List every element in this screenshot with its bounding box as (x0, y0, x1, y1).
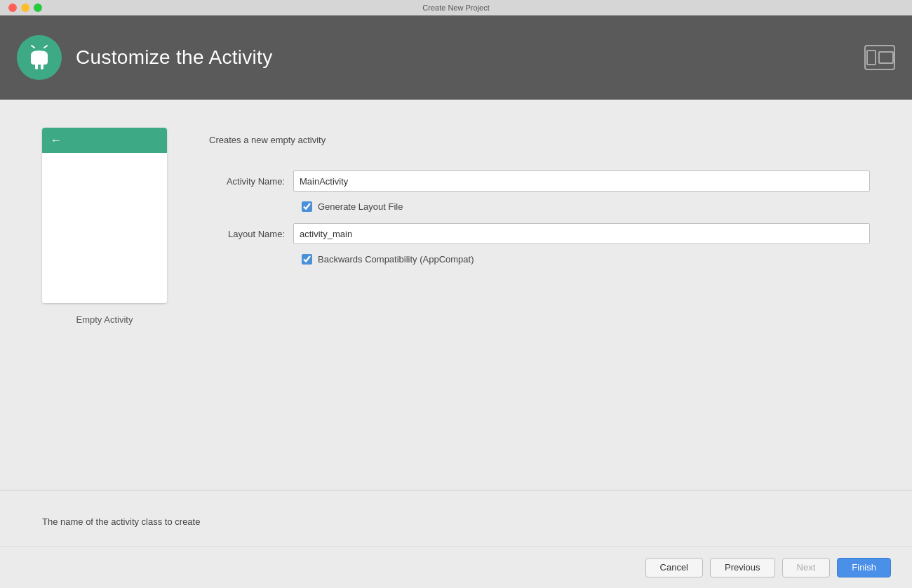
preview-label: Empty Activity (76, 314, 133, 325)
form-panel: Creates a new empty activity Activity Na… (209, 128, 870, 546)
generate-layout-row: Generate Layout File (302, 201, 870, 212)
previous-button[interactable]: Previous (710, 558, 775, 577)
footer: Cancel Previous Next Finish (0, 546, 912, 588)
next-button[interactable]: Next (782, 558, 831, 577)
back-arrow-icon: ← (51, 134, 62, 147)
preview-panel: ← Empty Activity (42, 128, 167, 546)
layout-name-row: Layout Name: (209, 223, 870, 244)
help-text: The name of the activity class to create (42, 516, 870, 527)
backwards-compat-checkbox[interactable] (302, 254, 312, 265)
device-preview-icon[interactable] (864, 45, 895, 70)
layout-name-label: Layout Name: (209, 229, 293, 239)
divider (0, 490, 912, 490)
form-description: Creates a new empty activity (209, 135, 870, 145)
finish-button[interactable]: Finish (837, 558, 891, 577)
phone-icon (866, 50, 876, 65)
backwards-compat-row: Backwards Compatibility (AppCompat) (302, 254, 870, 265)
android-logo (17, 35, 62, 80)
close-button[interactable] (8, 4, 17, 12)
android-icon (25, 44, 53, 72)
generate-layout-label: Generate Layout File (318, 201, 403, 212)
phone-preview: ← (42, 128, 167, 303)
main-content: ← Empty Activity Creates a new empty act… (0, 100, 912, 546)
activity-name-input[interactable] (293, 171, 870, 192)
header-section: Customize the Activity (0, 15, 912, 100)
minimize-button[interactable] (21, 4, 29, 12)
window-title: Create New Project (422, 4, 489, 12)
activity-name-label: Activity Name: (209, 176, 293, 187)
tablet-icon (878, 51, 894, 64)
title-bar: Create New Project (0, 0, 912, 15)
phone-toolbar: ← (42, 128, 167, 153)
maximize-button[interactable] (34, 4, 42, 12)
cancel-button[interactable]: Cancel (645, 558, 703, 577)
layout-name-input[interactable] (293, 223, 870, 244)
activity-name-row: Activity Name: (209, 171, 870, 192)
phone-body (42, 153, 167, 303)
svg-line-2 (32, 46, 34, 48)
help-section-wrapper: The name of the activity class to create (0, 490, 912, 546)
backwards-compat-label: Backwards Compatibility (AppCompat) (318, 254, 474, 265)
generate-layout-checkbox[interactable] (302, 201, 312, 212)
page-title: Customize the Activity (76, 46, 272, 69)
svg-line-3 (44, 46, 47, 48)
window-controls (8, 4, 42, 12)
